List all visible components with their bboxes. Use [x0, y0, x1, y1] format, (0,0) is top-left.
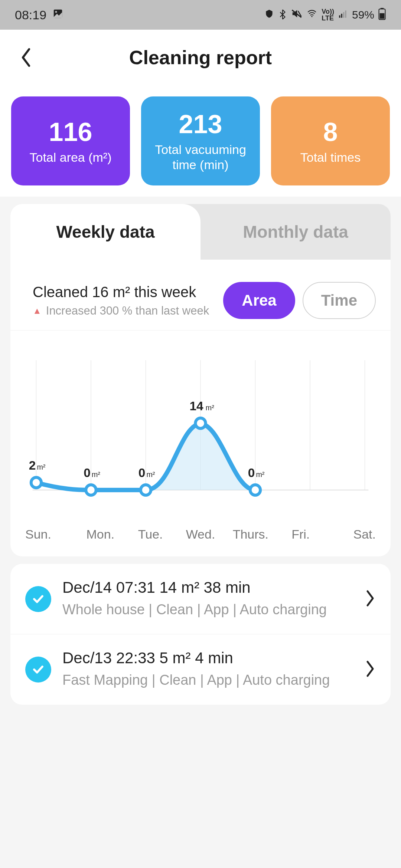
stat-time-label: Total vacuuming time (min)	[145, 142, 256, 172]
wifi-icon	[306, 9, 318, 21]
volte-icon: Vo))LTE	[322, 8, 334, 22]
svg-point-4	[312, 16, 313, 17]
weekly-chart: 2 m² 0 m² 0 m² 14 m² 0 m²	[10, 331, 391, 523]
history-item[interactable]: Dec/14 07:31 14 m² 38 min Whole house | …	[10, 564, 391, 634]
data-panel: Weekly data Monthly data Cleaned 16 m² t…	[10, 204, 391, 556]
stat-card-count[interactable]: 8 Total times	[271, 96, 390, 185]
xlabel-sun: Sun.	[25, 527, 75, 542]
summary-subtitle: Increased 300 % than last week	[46, 304, 209, 318]
svg-point-22	[141, 485, 151, 495]
chevron-right-icon	[365, 589, 376, 609]
chart-x-axis: Sun. Mon. Tue. Wed. Thurs. Fri. Sat.	[10, 523, 391, 556]
chart-unit-mon: m²	[92, 470, 100, 479]
battery-icon	[378, 7, 386, 23]
status-time: 08:19	[15, 8, 46, 22]
history-subtitle: Whole house | Clean | App | Auto chargin…	[62, 600, 353, 619]
history-item[interactable]: Dec/13 22:33 5 m² 4 min Fast Mapping | C…	[10, 634, 391, 704]
check-icon	[25, 586, 51, 612]
chart-label-mon: 0	[84, 466, 91, 480]
xlabel-fri: Fri.	[276, 527, 326, 542]
history-subtitle: Fast Mapping | Clean | App | Auto chargi…	[62, 671, 353, 690]
summary-row: Cleaned 16 m² this week ▲ Increased 300 …	[10, 260, 391, 331]
xlabel-sat: Sat.	[326, 527, 376, 542]
bluetooth-icon	[278, 8, 287, 22]
svg-rect-7	[343, 12, 344, 18]
stat-time-value: 213	[179, 109, 222, 139]
app-header: Cleaning report	[0, 30, 401, 85]
svg-point-20	[31, 477, 42, 488]
chevron-right-icon	[365, 660, 376, 679]
xlabel-thu: Thurs.	[225, 527, 276, 542]
svg-point-24	[250, 485, 261, 495]
trend-up-icon: ▲	[33, 306, 42, 316]
chart-unit-tue: m²	[146, 470, 155, 479]
page-title: Cleaning report	[129, 46, 272, 69]
back-button[interactable]	[15, 46, 37, 69]
svg-rect-5	[339, 15, 340, 18]
svg-point-1	[55, 11, 57, 13]
stat-count-value: 8	[323, 117, 338, 147]
chart-label-wed: 14	[190, 399, 203, 413]
signal-icon	[338, 9, 348, 21]
xlabel-wed: Wed.	[176, 527, 226, 542]
xlabel-tue: Tue.	[125, 527, 176, 542]
stat-card-time[interactable]: 213 Total vacuuming time (min)	[141, 96, 260, 185]
xlabel-mon: Mon.	[75, 527, 125, 542]
status-bar: 08:19 Vo))LTE 59%	[0, 0, 401, 30]
stat-count-label: Total times	[300, 150, 361, 165]
chart-unit-thu: m²	[256, 470, 264, 479]
toggle-time-button[interactable]: Time	[303, 282, 376, 319]
svg-point-21	[86, 485, 96, 495]
stat-area-label: Total area (m²)	[29, 150, 111, 165]
tab-row: Weekly data Monthly data	[10, 204, 391, 260]
svg-rect-8	[345, 10, 346, 18]
stat-area-value: 116	[49, 117, 92, 147]
mute-icon	[291, 8, 302, 22]
summary-title: Cleaned 16 m² this week	[33, 284, 209, 300]
image-icon	[52, 8, 63, 22]
tab-weekly[interactable]: Weekly data	[10, 204, 200, 260]
chart-unit-wed: m²	[206, 404, 214, 412]
stat-card-area[interactable]: 116 Total area (m²)	[11, 96, 130, 185]
chart-label-sun: 2	[29, 458, 36, 472]
battery-percent: 59%	[352, 9, 374, 21]
history-title: Dec/14 07:31 14 m² 38 min	[62, 579, 353, 596]
chart-unit-sun: m²	[37, 463, 45, 471]
chart-label-thu: 0	[248, 466, 255, 480]
svg-rect-11	[380, 13, 385, 19]
toggle-area-button[interactable]: Area	[223, 282, 295, 319]
history-title: Dec/13 22:33 5 m² 4 min	[62, 649, 353, 667]
tab-monthly[interactable]: Monthly data	[200, 204, 391, 260]
svg-rect-10	[381, 8, 384, 9]
svg-point-23	[195, 418, 206, 428]
stat-cards-row: 116 Total area (m²) 213 Total vacuuming …	[0, 85, 401, 197]
history-list: Dec/14 07:31 14 m² 38 min Whole house | …	[10, 564, 391, 705]
chart-label-tue: 0	[138, 466, 146, 480]
svg-rect-6	[341, 14, 342, 18]
check-icon	[25, 657, 51, 683]
shield-icon	[264, 9, 274, 21]
